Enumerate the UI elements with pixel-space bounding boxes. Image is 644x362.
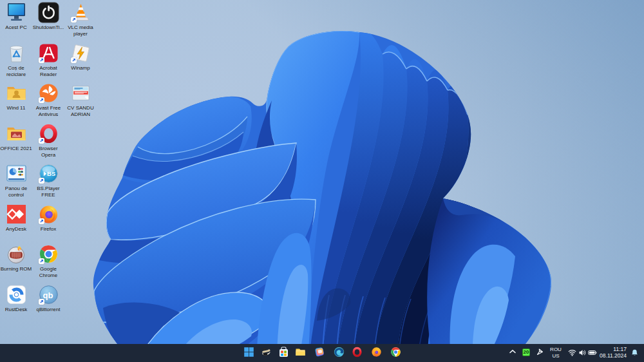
svg-text:BS: BS [47, 170, 55, 177]
